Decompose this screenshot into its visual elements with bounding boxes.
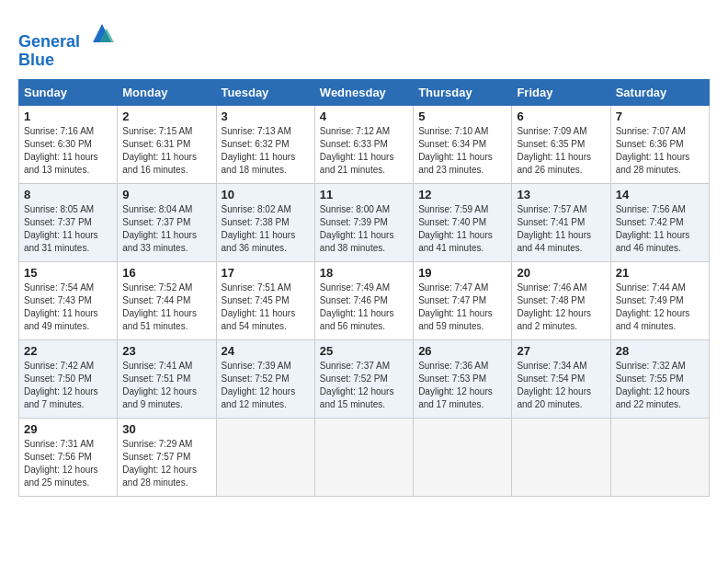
day-number: 10 — [222, 188, 310, 201]
day-info: Sunrise: 8:04 AMSunset: 7:37 PMDaylight:… — [122, 203, 210, 255]
calendar-cell: 4Sunrise: 7:12 AMSunset: 6:33 PMDaylight… — [314, 105, 413, 183]
calendar-cell: 15Sunrise: 7:54 AMSunset: 7:43 PMDayligh… — [19, 261, 118, 339]
week-row-1: 1Sunrise: 7:16 AMSunset: 6:30 PMDaylight… — [19, 105, 710, 183]
day-info: Sunrise: 7:51 AMSunset: 7:45 PMDaylight:… — [222, 282, 310, 333]
day-number: 22 — [24, 344, 112, 358]
day-number: 3 — [222, 109, 310, 123]
calendar-cell: 11Sunrise: 8:00 AMSunset: 7:39 PMDayligh… — [314, 183, 413, 261]
calendar-cell: 10Sunrise: 8:02 AMSunset: 7:38 PMDayligh… — [216, 183, 314, 261]
day-info: Sunrise: 7:36 AMSunset: 7:53 PMDaylight:… — [418, 360, 506, 411]
day-info: Sunrise: 7:15 AMSunset: 6:31 PMDaylight:… — [122, 125, 210, 177]
col-header-wednesday: Wednesday — [314, 79, 413, 105]
calendar-cell: 7Sunrise: 7:07 AMSunset: 6:36 PMDaylight… — [610, 105, 709, 183]
day-info: Sunrise: 8:05 AMSunset: 7:37 PMDaylight:… — [24, 203, 112, 255]
day-info: Sunrise: 7:57 AMSunset: 7:41 PMDaylight:… — [517, 203, 605, 255]
calendar-cell: 26Sunrise: 7:36 AMSunset: 7:53 PMDayligh… — [414, 339, 512, 418]
calendar-cell: 30Sunrise: 7:29 AMSunset: 7:57 PMDayligh… — [118, 418, 216, 496]
day-info: Sunrise: 7:47 AMSunset: 7:47 PMDaylight:… — [418, 282, 506, 333]
calendar-cell: 22Sunrise: 7:42 AMSunset: 7:50 PMDayligh… — [19, 339, 118, 418]
day-number: 25 — [320, 344, 408, 358]
day-info: Sunrise: 7:34 AMSunset: 7:54 PMDaylight:… — [517, 360, 605, 411]
calendar-cell: 25Sunrise: 7:37 AMSunset: 7:52 PMDayligh… — [314, 339, 413, 418]
day-number: 1 — [24, 109, 112, 123]
day-info: Sunrise: 7:44 AMSunset: 7:49 PMDaylight:… — [616, 282, 704, 333]
day-number: 12 — [418, 188, 506, 201]
calendar-cell: 29Sunrise: 7:31 AMSunset: 7:56 PMDayligh… — [19, 418, 118, 496]
calendar-cell — [414, 418, 512, 496]
day-number: 18 — [320, 266, 408, 280]
day-info: Sunrise: 7:16 AMSunset: 6:30 PMDaylight:… — [24, 125, 112, 177]
calendar-cell: 6Sunrise: 7:09 AMSunset: 6:35 PMDaylight… — [512, 105, 610, 183]
day-number: 17 — [222, 266, 310, 280]
day-number: 5 — [418, 109, 506, 123]
day-info: Sunrise: 7:07 AMSunset: 6:36 PMDaylight:… — [616, 125, 704, 177]
day-info: Sunrise: 7:49 AMSunset: 7:46 PMDaylight:… — [320, 282, 408, 333]
logo-text-blue: Blue — [18, 52, 116, 70]
calendar-cell: 17Sunrise: 7:51 AMSunset: 7:45 PMDayligh… — [216, 261, 314, 339]
col-header-saturday: Saturday — [610, 79, 709, 105]
day-info: Sunrise: 7:13 AMSunset: 6:32 PMDaylight:… — [222, 125, 310, 177]
day-number: 11 — [320, 188, 408, 201]
calendar-cell: 2Sunrise: 7:15 AMSunset: 6:31 PMDaylight… — [118, 105, 216, 183]
day-info: Sunrise: 7:56 AMSunset: 7:42 PMDaylight:… — [616, 203, 704, 255]
calendar-cell: 27Sunrise: 7:34 AMSunset: 7:54 PMDayligh… — [512, 339, 610, 418]
day-info: Sunrise: 7:32 AMSunset: 7:55 PMDaylight:… — [616, 360, 704, 411]
col-header-sunday: Sunday — [19, 79, 118, 105]
calendar-cell: 13Sunrise: 7:57 AMSunset: 7:41 PMDayligh… — [512, 183, 610, 261]
day-info: Sunrise: 7:41 AMSunset: 7:51 PMDaylight:… — [122, 360, 210, 411]
day-number: 7 — [616, 109, 704, 123]
day-number: 21 — [616, 266, 704, 280]
col-header-friday: Friday — [512, 79, 610, 105]
calendar-cell: 19Sunrise: 7:47 AMSunset: 7:47 PMDayligh… — [414, 261, 512, 339]
day-info: Sunrise: 8:00 AMSunset: 7:39 PMDaylight:… — [320, 203, 408, 255]
day-info: Sunrise: 7:31 AMSunset: 7:56 PMDaylight:… — [24, 438, 112, 489]
day-number: 6 — [517, 109, 605, 123]
day-info: Sunrise: 7:59 AMSunset: 7:40 PMDaylight:… — [418, 203, 506, 255]
calendar-cell: 8Sunrise: 8:05 AMSunset: 7:37 PMDaylight… — [19, 183, 118, 261]
day-info: Sunrise: 7:54 AMSunset: 7:43 PMDaylight:… — [24, 282, 112, 333]
day-number: 28 — [616, 344, 704, 358]
col-header-monday: Monday — [118, 79, 216, 105]
calendar-cell: 28Sunrise: 7:32 AMSunset: 7:55 PMDayligh… — [610, 339, 709, 418]
week-row-2: 8Sunrise: 8:05 AMSunset: 7:37 PMDaylight… — [19, 183, 710, 261]
calendar-cell: 23Sunrise: 7:41 AMSunset: 7:51 PMDayligh… — [118, 339, 216, 418]
logo: General Blue — [18, 23, 116, 70]
calendar-cell: 16Sunrise: 7:52 AMSunset: 7:44 PMDayligh… — [118, 261, 216, 339]
col-header-thursday: Thursday — [414, 79, 512, 105]
calendar-cell: 5Sunrise: 7:10 AMSunset: 6:34 PMDaylight… — [414, 105, 512, 183]
day-info: Sunrise: 7:12 AMSunset: 6:33 PMDaylight:… — [320, 125, 408, 177]
calendar-cell: 24Sunrise: 7:39 AMSunset: 7:52 PMDayligh… — [216, 339, 314, 418]
calendar-table: SundayMondayTuesdayWednesdayThursdayFrid… — [18, 79, 710, 497]
calendar-cell: 18Sunrise: 7:49 AMSunset: 7:46 PMDayligh… — [314, 261, 413, 339]
logo-text: General — [18, 23, 116, 52]
day-number: 24 — [222, 344, 310, 358]
calendar-cell — [314, 418, 413, 496]
header-row: SundayMondayTuesdayWednesdayThursdayFrid… — [19, 79, 710, 105]
week-row-4: 22Sunrise: 7:42 AMSunset: 7:50 PMDayligh… — [19, 339, 710, 418]
day-number: 30 — [122, 422, 210, 436]
day-number: 14 — [616, 188, 704, 201]
day-number: 15 — [24, 266, 112, 280]
calendar-cell: 12Sunrise: 7:59 AMSunset: 7:40 PMDayligh… — [414, 183, 512, 261]
day-number: 8 — [24, 188, 112, 201]
calendar-cell: 21Sunrise: 7:44 AMSunset: 7:49 PMDayligh… — [610, 261, 709, 339]
day-number: 19 — [418, 266, 506, 280]
week-row-3: 15Sunrise: 7:54 AMSunset: 7:43 PMDayligh… — [19, 261, 710, 339]
day-info: Sunrise: 7:46 AMSunset: 7:48 PMDaylight:… — [517, 282, 605, 333]
calendar-cell: 3Sunrise: 7:13 AMSunset: 6:32 PMDaylight… — [216, 105, 314, 183]
day-info: Sunrise: 7:37 AMSunset: 7:52 PMDaylight:… — [320, 360, 408, 411]
day-number: 29 — [24, 422, 112, 436]
calendar-cell — [610, 418, 709, 496]
day-info: Sunrise: 7:09 AMSunset: 6:35 PMDaylight:… — [517, 125, 605, 177]
day-info: Sunrise: 8:02 AMSunset: 7:38 PMDaylight:… — [222, 203, 310, 255]
day-number: 2 — [122, 109, 210, 123]
calendar-cell — [512, 418, 610, 496]
calendar-cell: 20Sunrise: 7:46 AMSunset: 7:48 PMDayligh… — [512, 261, 610, 339]
calendar-cell — [216, 418, 314, 496]
week-row-5: 29Sunrise: 7:31 AMSunset: 7:56 PMDayligh… — [19, 418, 710, 496]
day-number: 26 — [418, 344, 506, 358]
col-header-tuesday: Tuesday — [216, 79, 314, 105]
header: General Blue — [18, 18, 710, 70]
day-info: Sunrise: 7:39 AMSunset: 7:52 PMDaylight:… — [222, 360, 310, 411]
calendar-cell: 14Sunrise: 7:56 AMSunset: 7:42 PMDayligh… — [610, 183, 709, 261]
